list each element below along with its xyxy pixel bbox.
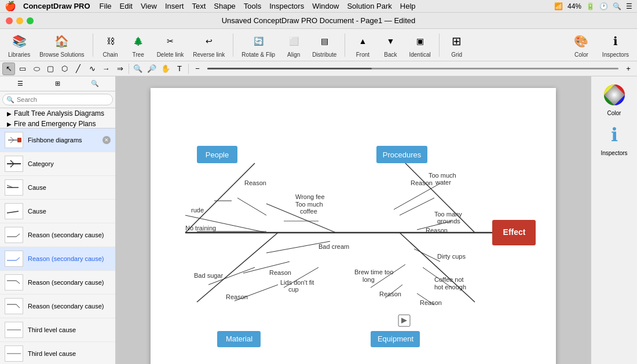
menu-window[interactable]: Window [312,2,339,10]
sidebar-tab-list[interactable]: ☰ [2,79,38,89]
arrow-tool[interactable]: ⇒ [114,62,126,75]
svg-text:Too much: Too much [295,201,323,208]
browse-label: Browse Solutions [39,52,84,58]
svg-text:Procedures: Procedures [383,150,422,159]
zoom-in-tool[interactable]: 🔍 [131,62,144,75]
svg-rect-3 [17,138,21,142]
svg-text:grounds: grounds [437,218,460,225]
line-tool[interactable]: ╱ [72,62,85,75]
traffic-lights [6,17,34,24]
libraries-button[interactable]: 📚 Libraries [5,30,34,60]
browse-solutions-button[interactable]: 🏠 Browse Solutions [36,30,87,60]
panel-item-cause1[interactable]: Cause [0,176,115,200]
rect-tool[interactable]: ▭ [16,62,29,75]
svg-text:rude: rude [191,207,204,214]
panel-item-cause2[interactable]: Cause [0,200,115,223]
ellipse-tool[interactable]: ⬭ [30,62,43,75]
zoom-plus[interactable]: + [622,62,635,75]
menu-view[interactable]: View [141,2,157,10]
controls-icon[interactable]: ☰ [626,2,632,10]
menu-tools[interactable]: Tools [244,2,261,10]
identical-icon: ▣ [411,32,429,50]
polygon-tool[interactable]: ⬡ [58,62,71,75]
color-button[interactable]: 🎨 Color [569,30,594,60]
panel-thumb [5,227,23,243]
sidebar-tab-search[interactable]: 🔍 [77,79,113,89]
reverse-link-icon: ↩ [200,32,218,50]
clock-icon: 🕐 [599,2,608,10]
menu-shape[interactable]: Shape [214,2,236,10]
svg-text:Wrong fee: Wrong fee [295,193,325,200]
svg-text:Effect: Effect [503,227,526,237]
apple-menu[interactable]: 🍎 [5,1,16,12]
zoom-out-tool[interactable]: 🔎 [145,62,158,75]
minimize-button[interactable] [16,17,23,24]
zoom-minus[interactable]: − [191,62,204,75]
canvas[interactable]: People Procedures Material Equipment Eff… [151,88,556,364]
panel-close-button[interactable]: ✕ [102,136,111,144]
rotate-flip-icon: 🔄 [249,32,268,50]
search-icon[interactable]: 🔍 [613,2,621,10]
panel-item-third1[interactable]: Third level cause [0,318,115,342]
panel-item-reason1[interactable]: Reason (secondary cause) [0,223,115,247]
panel-item-label: Category [28,160,54,167]
back-button[interactable]: ▼ Back [378,30,403,60]
svg-line-10 [7,211,19,213]
grid-button[interactable]: ⊞ Grid [444,30,470,60]
panel-item-label: Fishbone diagrams [28,137,82,144]
svg-text:Dirty cups: Dirty cups [437,253,466,260]
reverse-link-button[interactable]: ↩ Reverse link [189,30,228,60]
text-tool[interactable]: T [173,62,186,75]
rounded-rect-tool[interactable]: ▢ [44,62,57,75]
panel-item-category[interactable]: Category [0,152,115,176]
rotate-flip-button[interactable]: 🔄 Rotate & Flip [238,30,279,60]
panel-item-reason3[interactable]: Reason (secondary cause) [0,271,115,295]
grid-icon: ⊞ [448,32,466,50]
select-tool[interactable]: ↖ [2,62,15,75]
tree-icon: 🌲 [129,32,148,50]
front-icon: ▲ [353,32,372,50]
color-wheel-icon [601,81,628,109]
front-button[interactable]: ▲ Front [350,30,375,60]
menu-inspectors[interactable]: Inspectors [269,2,304,10]
sidebar-item-fault-tree[interactable]: ▶ Fault Tree Analysis Diagrams [0,108,115,119]
front-label: Front [356,52,369,58]
menu-solution-park[interactable]: Solution Park [347,2,391,10]
identical-button[interactable]: ▣ Identical [405,30,434,60]
curve-tool[interactable]: ∿ [86,62,98,75]
menu-insert[interactable]: Insert [165,2,184,10]
sidebar-tab-grid[interactable]: ⊞ [39,79,75,89]
inspectors-button[interactable]: ℹ Inspectors [599,30,632,60]
connector-tool[interactable]: → [100,62,112,75]
align-button[interactable]: ⬜ Align [281,30,306,60]
battery-level: 44% [568,2,581,10]
maximize-button[interactable] [27,17,34,24]
panel-item-third2[interactable]: Third level cause [0,342,115,364]
sep4 [439,34,440,57]
panel-item-reason4[interactable]: Reason (secondary cause) [0,295,115,318]
panel-thumb [5,203,23,219]
menu-text[interactable]: Text [192,2,206,10]
panel-item-fishbone-diagrams[interactable]: Fishbone diagrams ✕ [0,128,115,152]
delete-link-button[interactable]: ✂ Delete link [153,30,188,60]
color-panel[interactable]: Color [601,81,628,116]
sidebar-item-label: Fire and Emergency Plans [14,120,96,128]
canvas-area[interactable]: People Procedures Material Equipment Eff… [116,76,591,364]
tree-button[interactable]: 🌲 Tree [126,30,151,60]
pan-tool[interactable]: ✋ [159,62,172,75]
chain-button[interactable]: ⛓ Chain [98,30,123,60]
distribute-button[interactable]: ▤ Distribute [309,30,340,60]
zoom-slider[interactable] [207,68,618,69]
panel-thumb [5,298,23,314]
sidebar-item-fire-emergency[interactable]: ▶ Fire and Emergency Plans [0,119,115,128]
menu-edit[interactable]: Edit [120,2,133,10]
menu-help[interactable]: Help [400,2,416,10]
search-input[interactable] [2,94,113,105]
panel-item-reason2[interactable]: Reason (secondary cause) [0,247,115,271]
inspectors-icon: ℹ [606,32,625,50]
inspectors-panel[interactable]: ℹ Inspectors [601,121,628,156]
panel-item-label: Reason (secondary cause) [28,255,104,262]
menu-file[interactable]: File [100,2,112,10]
close-button[interactable] [6,17,13,24]
svg-text:Reason: Reason [426,227,448,234]
